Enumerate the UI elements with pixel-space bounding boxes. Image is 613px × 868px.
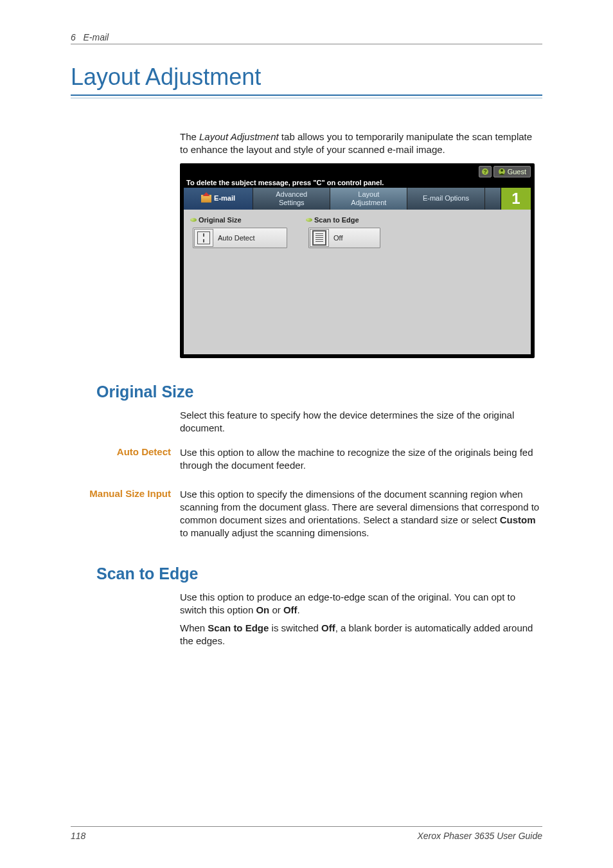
- hint-text: To delete the subject message, press "C"…: [186, 179, 384, 186]
- intro-paragraph: The Layout Adjustment tab allows you to …: [180, 131, 542, 157]
- doc-title: Xerox Phaser 3635 User Guide: [417, 831, 542, 841]
- auto-detect-icon: [197, 231, 210, 244]
- chapter-title: E-mail: [83, 32, 109, 42]
- guest-button[interactable]: Guest: [493, 166, 531, 177]
- title-rule: [71, 95, 542, 98]
- tab-layout-adjustment[interactable]: Layout Adjustment: [330, 188, 407, 210]
- group-scan-to-edge: Scan to Edge: [306, 216, 359, 224]
- copy-count: 1: [501, 188, 531, 210]
- tab-row: E-mail Advanced Settings Layout Adjustme…: [184, 188, 531, 210]
- label-auto-detect: Auto Detect: [71, 446, 180, 473]
- svg-text:?: ?: [483, 168, 487, 175]
- text-auto-detect: Use this option to allow the machine to …: [180, 446, 542, 473]
- text-manual-size-input: Use this option to specify the dimension…: [180, 488, 542, 540]
- tab-advanced-settings[interactable]: Advanced Settings: [253, 188, 330, 210]
- scan-to-edge-p1: Use this option to produce an edge-to-ed…: [180, 591, 542, 617]
- ui-screenshot: ? Guest To delete the subject message, p…: [180, 163, 535, 358]
- screenshot-body: Original Size Auto Detect Scan to Edge O…: [184, 210, 531, 354]
- scan-to-edge-p2: When Scan to Edge is switched Off, a bla…: [180, 622, 542, 648]
- page-footer: 118 Xerox Phaser 3635 User Guide: [71, 826, 542, 841]
- svg-point-3: [501, 169, 503, 172]
- scan-edge-icon: [312, 230, 326, 246]
- mail-icon: [201, 195, 211, 203]
- help-icon[interactable]: ?: [479, 166, 492, 177]
- running-header: 6 E-mail: [71, 32, 542, 44]
- label-manual-size-input: Manual Size Input: [71, 488, 180, 540]
- chapter-number: 6: [71, 32, 76, 42]
- original-size-intro: Select this feature to specify how the d…: [180, 409, 542, 435]
- tab-email[interactable]: E-mail: [184, 188, 253, 210]
- original-size-button[interactable]: Auto Detect: [193, 228, 287, 248]
- heading-original-size: Original Size: [96, 383, 542, 401]
- guest-label: Guest: [508, 168, 526, 176]
- page-title: Layout Adjustment: [71, 64, 542, 91]
- page-number: 118: [71, 831, 85, 841]
- tab-email-options[interactable]: E-mail Options: [407, 188, 484, 210]
- bullet-icon: [190, 218, 197, 222]
- scan-to-edge-button[interactable]: Off: [308, 228, 380, 248]
- group-original-size: Original Size: [190, 216, 242, 224]
- heading-scan-to-edge: Scan to Edge: [96, 565, 542, 583]
- bullet-icon: [306, 218, 312, 222]
